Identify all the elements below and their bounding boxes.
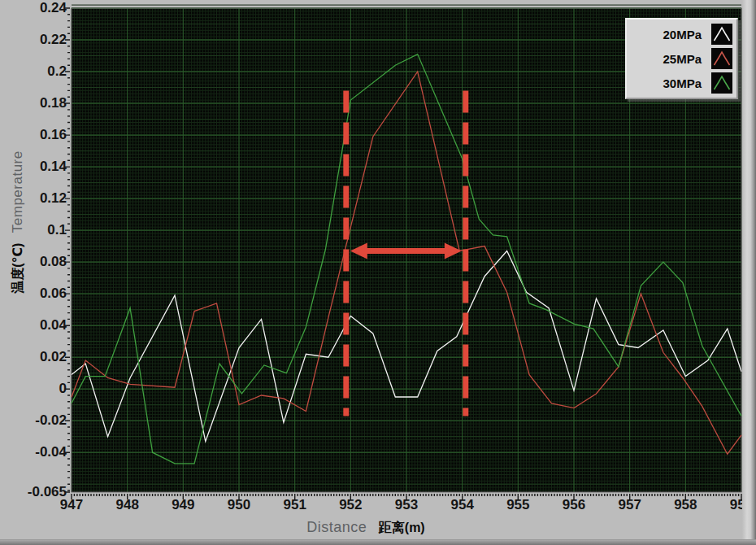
y-axis-label: 温度(℃) Temperature: [10, 111, 29, 333]
legend-item-25mpa[interactable]: 25MPa: [627, 46, 732, 71]
window-bottom-edge: [0, 539, 756, 545]
graph-window: { "window": {"background": "#bcbcbc", "p…: [0, 0, 756, 545]
y-axis-label-cn: 温度(℃): [11, 243, 24, 294]
x-tick-label: 957: [607, 497, 653, 513]
y-tick-label: 0.22: [2, 32, 67, 48]
y-tick-label: 0.02: [2, 349, 67, 365]
x-tick-label: 948: [105, 497, 150, 513]
legend-label-20mpa: 20MPa: [663, 28, 702, 41]
x-tick-label: 954: [440, 497, 485, 513]
x-axis-label: Distance 距离(m): [244, 519, 488, 537]
y-axis-label-en: Temperature: [10, 150, 25, 233]
x-tick-label: 952: [328, 497, 373, 513]
x-axis-label-en: Distance: [306, 519, 367, 535]
legend-label-25mpa: 25MPa: [663, 52, 702, 66]
y-tick-label: 0.18: [2, 95, 67, 111]
legend-label-30mpa: 30MPa: [663, 76, 702, 90]
y-tick-label: 0.2: [2, 63, 67, 80]
x-tick-label: 955: [495, 497, 541, 513]
legend-item-30mpa[interactable]: 30MPa: [627, 71, 732, 95]
x-tick-label: 951: [272, 497, 318, 513]
x-tick-label: 956: [551, 497, 597, 513]
y-tick-label: -0.04: [2, 444, 67, 460]
legend-swatch-20mpa-icon: [711, 24, 732, 45]
y-tick-label: 0.24: [2, 0, 67, 16]
window-right-edge: [742, 0, 756, 541]
x-tick-label: 958: [663, 497, 708, 513]
legend-swatch-25mpa-icon: [711, 48, 732, 69]
x-tick-label: 950: [216, 497, 262, 513]
legend-item-20mpa[interactable]: 20MPa: [627, 22, 732, 46]
x-tick-label: 947: [49, 497, 94, 513]
x-tick-label: 949: [160, 497, 206, 513]
y-tick-label: 0: [2, 381, 67, 397]
y-tick-label: -0.02: [2, 412, 67, 429]
x-tick-label: 953: [384, 497, 429, 513]
x-axis-label-cn: 距离(m): [379, 521, 425, 534]
legend-swatch-30mpa-icon: [711, 72, 732, 94]
legend: 20MPa 25MPa 30MPa: [625, 18, 738, 99]
